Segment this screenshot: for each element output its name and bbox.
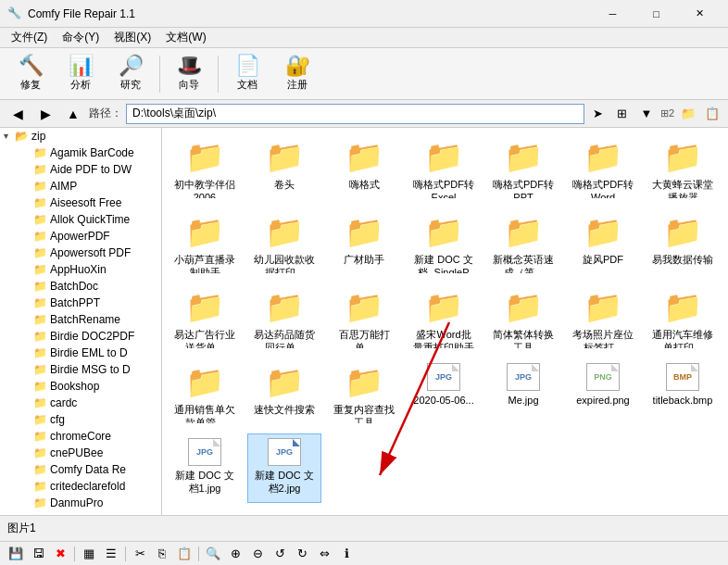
file-item-13[interactable]: 📁易我数据传输 (646, 208, 720, 278)
folder-icon-10: 📁 (33, 313, 47, 326)
file-item-5[interactable]: 📁嗨格式PDF转Word (566, 133, 640, 203)
folder-icon-16: 📁 (33, 413, 47, 426)
addr-btn1[interactable]: 📁 (678, 104, 698, 124)
bottom-info-button[interactable]: ℹ (336, 545, 357, 563)
sidebar-item-16[interactable]: 📁cfg (0, 411, 161, 428)
sidebar-item-17[interactable]: 📁chromeCore (0, 428, 161, 445)
file-item-10[interactable]: 📁新建 DOC 文档_SinglePa... (407, 208, 481, 278)
addr-go-button[interactable]: ➤ (588, 104, 609, 124)
bottom-cut-button[interactable]: ✂ (130, 545, 150, 563)
bottom-paste-button[interactable]: 📋 (174, 545, 195, 563)
bottom-save-button[interactable]: 💾 (6, 545, 26, 563)
menu-doc[interactable]: 文档(W) (158, 28, 213, 47)
bottom-view1-button[interactable]: ▦ (79, 545, 99, 563)
guide-button[interactable]: 🎩 向导 (166, 52, 212, 96)
file-item-8[interactable]: 📁幼儿园收款收据打印... (247, 208, 321, 278)
file-item-15[interactable]: 📁易达药品随货同行单... (247, 283, 321, 353)
folder-icon: 📁 (663, 288, 702, 325)
sidebar-item-3[interactable]: 📁Aiseesoft Free (0, 195, 161, 211)
file-grid[interactable]: 📁初中教学伴侣2006📁卷头📁嗨格式📁嗨格式PDF转Excel📁嗨格式PDF转P… (162, 128, 728, 515)
bottom-copy-button[interactable]: ⎘ (152, 545, 172, 563)
close-button[interactable]: ✕ (679, 5, 721, 23)
sidebar-item-22[interactable]: 📁DCPropertiesEd (0, 511, 161, 515)
file-item-17[interactable]: 📁盛宋Word批量重打印助手 (407, 283, 481, 353)
bottom-search-button[interactable]: 🔍 (203, 545, 223, 563)
file-item-28[interactable]: JPG新建 DOC 文档1.jpg (168, 433, 242, 503)
menu-file[interactable]: 文件(Z) (4, 28, 55, 47)
bottom-zoomout-button[interactable]: ⊖ (247, 545, 268, 563)
file-item-18[interactable]: 📁简体繁体转换工具 (486, 283, 560, 353)
sidebar-item-5[interactable]: 📁ApowerPDF (0, 228, 161, 245)
sidebar-item-15[interactable]: 📁cardc (0, 395, 161, 411)
sidebar-item-4[interactable]: 📁Allok QuickTime (0, 211, 161, 228)
folder-icon-4: 📁 (33, 213, 47, 226)
minimize-button[interactable]: ─ (592, 5, 634, 23)
file-item-1[interactable]: 📁卷头 (247, 133, 321, 203)
register-button[interactable]: 🔐 注册 (274, 52, 320, 96)
sidebar-item-14[interactable]: 📁Bookshop (0, 378, 161, 395)
bottom-view2-button[interactable]: ☰ (101, 545, 121, 563)
file-item-4[interactable]: 📁嗨格式PDF转PPT (486, 133, 560, 203)
sidebar-root-zip[interactable]: ▼ 📂 zip (0, 128, 161, 144)
file-item-6[interactable]: 📁大黄蜂云课堂播放器 (646, 133, 720, 203)
sidebar-item-20[interactable]: 📁critedeclarefold (0, 478, 161, 495)
bottom-mirror-button[interactable]: ⇔ (314, 545, 334, 563)
sidebar-item-1[interactable]: 📁Aide PDF to DW (0, 161, 161, 178)
folder-icon-14: 📁 (33, 380, 47, 393)
file-item-2[interactable]: 📁嗨格式 (327, 133, 401, 203)
sidebar-item-8[interactable]: 📁BatchDoc (0, 278, 161, 295)
sidebar-item-10[interactable]: 📁BatchRename (0, 311, 161, 328)
sidebar-item-6[interactable]: 📁Apowersoft PDF (0, 245, 161, 261)
file-item-19[interactable]: 📁考场照片座位标签打... (566, 283, 640, 353)
file-item-14[interactable]: 📁易达广告行业送货单... (168, 283, 242, 353)
addr-grid-button[interactable]: ⊞ (612, 104, 633, 124)
bottom-delete-button[interactable]: ✖ (50, 545, 70, 563)
file-item-25[interactable]: JPGMe.jpg (486, 358, 560, 428)
sidebar-item-21[interactable]: 📁DanmuPro (0, 495, 161, 511)
file-item-27[interactable]: BMPtitleback.bmp (646, 358, 720, 428)
file-item-20[interactable]: 📁通用汽车维修单打印... (646, 283, 720, 353)
path-input[interactable] (126, 104, 584, 124)
sidebar-item-2[interactable]: 📁AIMP (0, 178, 161, 195)
addr-btn2[interactable]: 📋 (702, 104, 722, 124)
addr-sort-button[interactable]: ▼ (636, 104, 657, 124)
sidebar-item-12[interactable]: 📁Birdie EML to D (0, 345, 161, 361)
file-item-3[interactable]: 📁嗨格式PDF转Excel (407, 133, 481, 203)
research-button[interactable]: 🔎 研究 (107, 52, 154, 96)
folder-icon-21: 📁 (33, 496, 47, 509)
menu-view[interactable]: 视图(X) (107, 28, 158, 47)
file-item-9[interactable]: 📁广材助手 (327, 208, 401, 278)
sidebar-item-13[interactable]: 📁Birdie MSG to D (0, 361, 161, 378)
file-item-12[interactable]: 📁旋风PDF (566, 208, 640, 278)
nav-back-button[interactable]: ◀ (6, 104, 30, 124)
bottom-zoomin-button[interactable]: ⊕ (225, 545, 245, 563)
bottom-flip-button[interactable]: ↻ (292, 545, 312, 563)
doc-button[interactable]: 📄 文档 (224, 52, 270, 96)
file-item-16[interactable]: 📁百思万能打单... (327, 283, 401, 353)
sidebar-item-19[interactable]: 📁Comfy Data Re (0, 461, 161, 478)
file-item-26[interactable]: PNGexpired.png (566, 358, 640, 428)
file-item-23[interactable]: 📁重复内容查找工具 (327, 358, 401, 428)
file-item-21[interactable]: 📁通用销售单欠款单管... (168, 358, 242, 428)
file-item-11[interactable]: 📁新概念英语速成（第... (486, 208, 560, 278)
analyze-button[interactable]: 📊 分析 (57, 52, 104, 96)
folder-icon: 📁 (584, 138, 622, 175)
file-item-29[interactable]: JPG新建 DOC 文档2.jpg (247, 433, 321, 503)
file-item-0[interactable]: 📁初中教学伴侣2006 (168, 133, 242, 203)
sidebar-item-9[interactable]: 📁BatchPPT (0, 295, 161, 311)
sidebar-item-7[interactable]: 📁AppHuoXin (0, 261, 161, 278)
sidebar-item-11[interactable]: 📁Birdie DOC2PDF (0, 328, 161, 345)
file-item-22[interactable]: 📁速快文件搜索 (247, 358, 321, 428)
nav-up-button[interactable]: ▲ (61, 104, 85, 124)
nav-forward-button[interactable]: ▶ (33, 104, 57, 124)
maximize-button[interactable]: □ (635, 5, 677, 23)
menu-command[interactable]: 命令(Y) (55, 28, 107, 47)
file-item-7[interactable]: 📁小葫芦直播录制助手 (168, 208, 242, 278)
sidebar-item-0[interactable]: 📁Agamik BarCode (0, 144, 161, 161)
file-name-24: 2020-05-06... (413, 394, 473, 407)
file-item-24[interactable]: JPG2020-05-06... (407, 358, 481, 428)
repair-button[interactable]: 🔨 修复 (7, 52, 54, 96)
bottom-save2-button[interactable]: 🖫 (28, 545, 48, 563)
sidebar-item-18[interactable]: 📁cnePUBee (0, 445, 161, 461)
bottom-rotate-button[interactable]: ↺ (270, 545, 290, 563)
